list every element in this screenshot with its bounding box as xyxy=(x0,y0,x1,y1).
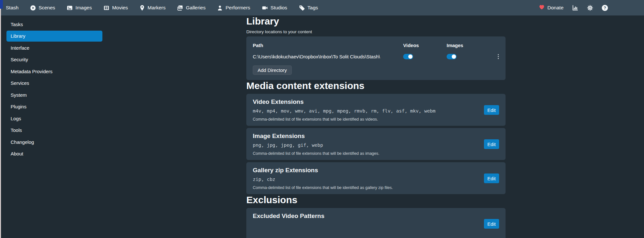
bar-chart-icon[interactable] xyxy=(572,5,578,11)
sidebar-item-plugins[interactable]: Plugins xyxy=(6,101,102,112)
card-description: Comma-delimited list of file extensions … xyxy=(253,151,379,156)
galleries-icon xyxy=(177,5,183,11)
nav-item-performers[interactable]: Performers xyxy=(217,5,250,11)
film-icon xyxy=(104,5,109,11)
nav-item-label: Scenes xyxy=(39,5,55,11)
exclusions-title: Exclusions xyxy=(246,194,506,206)
user-icon xyxy=(217,5,223,11)
nav-item-galleries[interactable]: Galleries xyxy=(177,5,205,11)
column-header-videos: Videos xyxy=(403,43,447,48)
card-title: Image Extensions xyxy=(253,132,379,140)
donate-button[interactable]: Donate xyxy=(539,5,564,11)
sidebar-item-library[interactable]: Library xyxy=(6,31,102,42)
card-title: Gallery zip Extensions xyxy=(253,166,393,174)
top-navbar: Stash Scenes Images Movies xyxy=(0,0,644,15)
directories-header-row: Path Videos Images xyxy=(253,40,499,51)
column-header-images: Images xyxy=(447,43,496,48)
video-camera-icon xyxy=(262,5,268,11)
map-marker-icon xyxy=(140,5,145,11)
edit-video-extensions-button[interactable]: Edit xyxy=(484,105,499,115)
excluded-video-patterns-card: Excluded Video Patterns Edit xyxy=(246,208,506,238)
nav-item-label: Studios xyxy=(270,5,287,11)
settings-content: Library Directory locations to your cont… xyxy=(246,15,506,238)
nav-item-movies[interactable]: Movies xyxy=(104,5,128,11)
nav-item-label: Images xyxy=(75,5,92,11)
sidebar-item-metadata-providers[interactable]: Metadata Providers xyxy=(6,66,102,77)
column-header-path: Path xyxy=(253,43,403,48)
edit-image-extensions-button[interactable]: Edit xyxy=(484,139,499,149)
add-directory-button[interactable]: Add Directory xyxy=(253,65,292,75)
gear-icon[interactable] xyxy=(587,5,593,11)
images-toggle[interactable] xyxy=(447,54,457,59)
directory-path: C:\Users\kdokuchaev\Dropbox\Inbox\To Sol… xyxy=(253,54,403,59)
page-title: Library xyxy=(246,15,506,27)
play-circle-icon xyxy=(30,5,36,11)
card-value: png, jpg, jpeg, gif, webp xyxy=(253,142,379,148)
nav-item-label: Markers xyxy=(147,5,166,11)
card-title: Excluded Video Patterns xyxy=(253,212,324,220)
sidebar-item-tools[interactable]: Tools xyxy=(6,125,102,136)
sidebar-item-system[interactable]: System xyxy=(6,89,102,100)
settings-sidebar: Tasks Library Interface Security Metadat… xyxy=(0,15,238,160)
sidebar-item-interface[interactable]: Interface xyxy=(6,42,102,53)
row-menu-button[interactable] xyxy=(496,53,501,60)
sidebar-item-security[interactable]: Security xyxy=(6,54,102,65)
nav-item-markers[interactable]: Markers xyxy=(140,5,166,11)
main-nav: Scenes Images Movies Markers xyxy=(30,5,318,11)
tag-icon xyxy=(299,5,305,11)
donate-label: Donate xyxy=(547,5,564,11)
sidebar-item-tasks[interactable]: Tasks xyxy=(6,19,102,30)
card-description: Comma-delimited list of file extensions … xyxy=(253,117,435,122)
nav-item-label: Tags xyxy=(308,5,318,11)
stash-app: Stash Scenes Images Movies xyxy=(0,0,644,238)
nav-item-scenes[interactable]: Scenes xyxy=(30,5,55,11)
background-window-edge xyxy=(0,9,1,238)
nav-right: Donate xyxy=(539,5,608,11)
nav-item-label: Performers xyxy=(225,5,250,11)
directories-card: Path Videos Images C:\Users\kdokuchaev\D… xyxy=(246,36,506,80)
sidebar-item-services[interactable]: Services xyxy=(6,78,102,89)
edit-gallery-zip-extensions-button[interactable]: Edit xyxy=(484,174,499,183)
heart-icon xyxy=(539,5,545,11)
page-subtitle: Directory locations to your content xyxy=(246,29,506,34)
image-extensions-card: Image Extensions png, jpg, jpeg, gif, we… xyxy=(246,128,506,160)
nav-item-label: Movies xyxy=(112,5,128,11)
card-value: m4v, mp4, mov, wmv, avi, mpg, mpeg, rmvb… xyxy=(253,108,435,114)
brand-link[interactable]: Stash xyxy=(6,5,19,11)
sidebar-item-logs[interactable]: Logs xyxy=(6,113,102,124)
videos-toggle[interactable] xyxy=(403,54,413,59)
help-icon[interactable]: ? xyxy=(602,5,608,11)
sidebar-item-changelog[interactable]: Changelog xyxy=(6,136,102,147)
edit-excluded-video-patterns-button[interactable]: Edit xyxy=(484,219,499,229)
card-title: Video Extensions xyxy=(253,98,435,106)
gallery-zip-extensions-card: Gallery zip Extensions zip, cbz Comma-de… xyxy=(246,162,506,194)
nav-item-studios[interactable]: Studios xyxy=(262,5,287,11)
card-value: zip, cbz xyxy=(253,176,393,182)
video-extensions-card: Video Extensions m4v, mp4, mov, wmv, avi… xyxy=(246,94,506,126)
background-window-sliver xyxy=(0,0,3,9)
media-extensions-title: Media content extensions xyxy=(246,80,506,92)
image-icon xyxy=(67,5,72,11)
card-description: Comma-delimited list of file extensions … xyxy=(253,185,393,190)
directory-row: C:\Users\kdokuchaev\Dropbox\Inbox\To Sol… xyxy=(253,51,499,63)
nav-item-tags[interactable]: Tags xyxy=(299,5,318,11)
sidebar-item-about[interactable]: About xyxy=(6,148,102,159)
nav-item-label: Galleries xyxy=(186,5,205,11)
nav-item-images[interactable]: Images xyxy=(67,5,92,11)
